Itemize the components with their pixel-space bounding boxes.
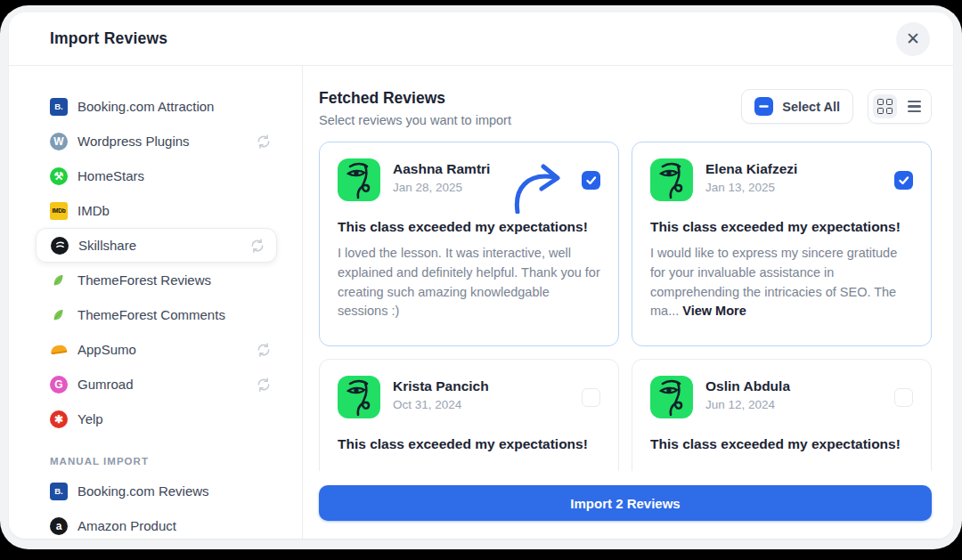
review-date: Jan 28, 2025 bbox=[393, 181, 600, 194]
sidebar-item-imdb[interactable]: IMDb IMDb bbox=[50, 193, 272, 228]
imdb-icon: IMDb bbox=[50, 202, 68, 220]
manual-import-section-label: MANUAL IMPORT bbox=[50, 456, 272, 467]
review-checkbox-checked[interactable] bbox=[582, 171, 600, 190]
select-all-button[interactable]: Select All bbox=[741, 89, 853, 124]
review-title: This class exceeded my expectations! bbox=[338, 219, 600, 235]
fetched-reviews-header: Fetched Reviews Select reviews you want … bbox=[303, 66, 953, 142]
sidebar-item-label: Amazon Product bbox=[77, 518, 272, 533]
sidebar-item-wordpress-plugins[interactable]: W Wordpress Plugins bbox=[50, 124, 272, 158]
reviews-scroll-area[interactable]: Aashna Ramtri Jan 28, 2025 This class ex… bbox=[303, 142, 953, 471]
select-all-label: Select All bbox=[782, 100, 840, 114]
wordpress-icon: W bbox=[50, 133, 68, 150]
section-subtitle: Select reviews you want to import bbox=[319, 113, 511, 127]
review-checkbox-unchecked[interactable] bbox=[894, 388, 913, 407]
sidebar-item-label: Booking.com Reviews bbox=[77, 483, 272, 499]
gumroad-icon: G bbox=[50, 376, 68, 394]
sidebar-item-yelp[interactable]: ✱ Yelp bbox=[50, 402, 272, 436]
sidebar-item-label: IMDb bbox=[77, 203, 272, 218]
review-title: This class exceeded my expectations! bbox=[650, 436, 913, 452]
sidebar-item-booking-reviews[interactable]: B. Booking.com Reviews bbox=[50, 474, 272, 508]
reviewer-avatar bbox=[338, 376, 380, 418]
view-more-link[interactable]: View More bbox=[682, 304, 746, 318]
sidebar-item-label: Booking.com Attraction bbox=[77, 99, 272, 114]
reviewer-name: Krista Pancich bbox=[393, 378, 600, 394]
themeforest-leaf-icon bbox=[50, 306, 68, 324]
appsumo-icon bbox=[50, 341, 68, 359]
sync-icon[interactable] bbox=[256, 342, 272, 358]
sync-icon[interactable] bbox=[249, 238, 265, 254]
import-reviews-button[interactable]: Import 2 Reviews bbox=[319, 485, 932, 521]
review-date: Oct 31, 2024 bbox=[393, 398, 600, 411]
sidebar-item-label: Wordpress Plugins bbox=[77, 134, 246, 149]
review-card[interactable]: Aashna Ramtri Jan 28, 2025 This class ex… bbox=[319, 142, 619, 346]
dialog-footer: Import 2 Reviews bbox=[303, 471, 953, 539]
list-view-icon[interactable] bbox=[902, 94, 926, 118]
review-date: Jan 13, 2025 bbox=[705, 181, 913, 194]
yelp-icon: ✱ bbox=[50, 410, 68, 428]
review-body: I loved the lesson. It was interactive, … bbox=[338, 244, 600, 321]
section-title: Fetched Reviews bbox=[319, 89, 511, 108]
review-card[interactable]: Oslin Abdula Jun 12, 2024 This class exc… bbox=[632, 359, 932, 471]
reviewer-name: Elena Kiafzezi bbox=[705, 161, 913, 177]
sidebar-item-label: AppSumo bbox=[77, 342, 246, 357]
review-checkbox-unchecked[interactable] bbox=[582, 388, 600, 407]
view-toggle bbox=[868, 89, 932, 124]
close-icon[interactable]: ✕ bbox=[896, 22, 930, 56]
source-sidebar: B. Booking.com Attraction W Wordpress Pl… bbox=[9, 66, 303, 539]
sidebar-item-label: Yelp bbox=[77, 411, 272, 426]
review-body: I would like to express my sincere grati… bbox=[650, 244, 913, 321]
sidebar-item-label: HomeStars bbox=[77, 168, 272, 183]
reviewer-avatar bbox=[338, 158, 380, 201]
sidebar-item-label: Skillshare bbox=[78, 238, 240, 253]
sidebar-item-homestars[interactable]: ⚒ HomeStars bbox=[50, 158, 272, 193]
sidebar-item-label: ThemeForest Reviews bbox=[77, 272, 272, 288]
sync-icon[interactable] bbox=[256, 134, 272, 150]
dialog-header: Import Reviews ✕ bbox=[9, 12, 953, 66]
modal-backdrop: Import Reviews ✕ B. Booking.com Attracti… bbox=[0, 5, 962, 549]
sidebar-item-skillshare[interactable]: Skillshare bbox=[36, 228, 277, 263]
review-title: This class exceeded my expectations! bbox=[338, 436, 600, 452]
homestars-icon: ⚒ bbox=[50, 167, 68, 185]
review-checkbox-checked[interactable] bbox=[894, 171, 913, 190]
review-date: Jun 12, 2024 bbox=[705, 398, 913, 411]
reviewer-name: Oslin Abdula bbox=[705, 378, 913, 394]
sidebar-item-label: ThemeForest Comments bbox=[77, 307, 272, 322]
amazon-icon: a bbox=[50, 517, 68, 535]
import-reviews-dialog: Import Reviews ✕ B. Booking.com Attracti… bbox=[9, 12, 953, 539]
grid-view-icon[interactable] bbox=[873, 94, 897, 118]
skillshare-icon bbox=[51, 237, 69, 255]
sidebar-item-booking-attraction[interactable]: B. Booking.com Attraction bbox=[50, 89, 272, 124]
themeforest-leaf-icon bbox=[50, 272, 68, 289]
sync-icon[interactable] bbox=[256, 377, 272, 393]
reviewer-avatar bbox=[650, 158, 693, 201]
dialog-title: Import Reviews bbox=[50, 29, 167, 48]
fetched-reviews-panel: Fetched Reviews Select reviews you want … bbox=[303, 66, 953, 539]
booking-icon: B. bbox=[50, 98, 68, 116]
booking-icon: B. bbox=[50, 483, 68, 500]
select-all-checkbox-indeterminate[interactable] bbox=[754, 97, 773, 116]
review-card[interactable]: Elena Kiafzezi Jan 13, 2025 This class e… bbox=[632, 142, 932, 346]
sidebar-item-themeforest-comments[interactable]: ThemeForest Comments bbox=[50, 297, 272, 332]
reviewer-avatar bbox=[650, 376, 693, 418]
sidebar-item-themeforest-reviews[interactable]: ThemeForest Reviews bbox=[50, 263, 272, 297]
sidebar-item-amazon-product[interactable]: a Amazon Product bbox=[50, 508, 272, 539]
reviewer-name: Aashna Ramtri bbox=[393, 161, 600, 177]
sidebar-item-gumroad[interactable]: G Gumroad bbox=[50, 367, 272, 402]
sidebar-item-label: Gumroad bbox=[77, 377, 246, 392]
review-card[interactable]: Krista Pancich Oct 31, 2024 This class e… bbox=[319, 359, 619, 471]
sidebar-item-appsumo[interactable]: AppSumo bbox=[50, 332, 272, 367]
review-title: This class exceeded my expectations! bbox=[650, 219, 913, 235]
